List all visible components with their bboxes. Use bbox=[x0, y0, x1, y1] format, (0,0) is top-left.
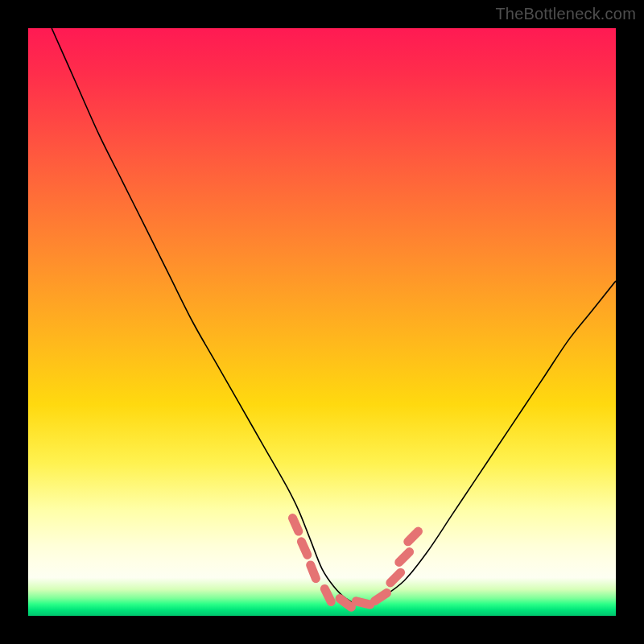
bottleneck-curve bbox=[28, 28, 616, 616]
curve-node bbox=[324, 588, 331, 601]
curve-node bbox=[408, 531, 419, 542]
plot-area bbox=[28, 28, 616, 616]
curve-path bbox=[52, 28, 616, 605]
curve-node bbox=[293, 518, 299, 532]
curve-node bbox=[356, 601, 369, 605]
curve-node bbox=[340, 599, 351, 608]
curve-node bbox=[390, 572, 401, 583]
curve-node bbox=[311, 565, 316, 579]
chart-frame: TheBottleneck.com bbox=[0, 0, 644, 644]
curve-node bbox=[375, 593, 387, 601]
curve-node bbox=[301, 542, 307, 555]
curve-nodes bbox=[293, 518, 419, 608]
watermark-text: TheBottleneck.com bbox=[495, 5, 636, 23]
curve-node bbox=[399, 552, 410, 563]
